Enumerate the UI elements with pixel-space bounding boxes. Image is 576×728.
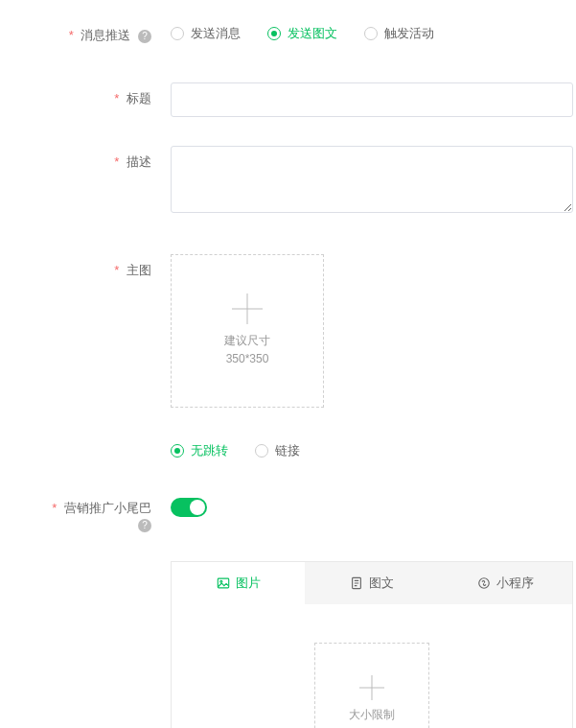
radio-send-message[interactable]: 发送消息 — [171, 25, 241, 42]
tabs-label-spacer — [38, 561, 171, 569]
miniprogram-icon — [477, 576, 491, 590]
tail-tabs-row: 图片 图文 小程序 — [38, 561, 576, 728]
image-icon — [217, 576, 230, 590]
tab-miniprogram[interactable]: 小程序 — [439, 562, 572, 604]
jump-radio-group: 无跳转 链接 — [171, 442, 576, 459]
message-push-label: 消息推送 ? — [38, 19, 171, 44]
plus-icon — [359, 675, 384, 700]
help-icon[interactable]: ? — [138, 30, 151, 43]
main-image-label: 主图 — [38, 254, 171, 279]
tail-switch[interactable] — [171, 498, 207, 517]
push-radio-group: 发送消息 发送图文 触发活动 — [171, 25, 576, 42]
tail-label: 营销推广小尾巴 ? — [38, 498, 171, 532]
plus-icon — [232, 294, 263, 324]
svg-rect-0 — [218, 578, 228, 588]
title-row: 标题 — [38, 82, 576, 117]
article-icon — [350, 576, 363, 590]
tabs-bar: 图片 图文 小程序 — [172, 562, 572, 604]
radio-send-image-text[interactable]: 发送图文 — [267, 25, 337, 42]
radio-link[interactable]: 链接 — [255, 442, 300, 459]
main-image-row: 主图 建议尺寸 350*350 — [38, 254, 576, 408]
jump-label-spacer — [38, 436, 171, 444]
jump-row: 无跳转 链接 — [38, 436, 576, 459]
desc-label: 描述 — [38, 146, 171, 171]
desc-textarea[interactable] — [171, 146, 573, 213]
tab-body: 大小限制 — [172, 604, 572, 728]
svg-point-3 — [479, 577, 490, 588]
main-image-upload[interactable]: 建议尺寸 350*350 — [171, 254, 324, 408]
help-icon[interactable]: ? — [138, 519, 151, 532]
switch-knob — [190, 500, 205, 515]
tail-upload-hint: 大小限制 — [349, 706, 395, 724]
tail-image-upload[interactable]: 大小限制 — [314, 643, 429, 728]
title-label: 标题 — [38, 82, 171, 107]
svg-point-1 — [219, 580, 221, 582]
tabs-container: 图片 图文 小程序 — [171, 561, 573, 728]
desc-row: 描述 — [38, 146, 576, 216]
radio-trigger-activity[interactable]: 触发活动 — [364, 25, 434, 42]
tail-row: 营销推广小尾巴 ? — [38, 498, 576, 532]
title-input[interactable] — [171, 82, 573, 117]
tab-article[interactable]: 图文 — [305, 562, 438, 604]
tab-image[interactable]: 图片 — [172, 562, 305, 604]
upload-hint: 建议尺寸 350*350 — [224, 332, 270, 368]
message-push-row: 消息推送 ? 发送消息 发送图文 触发活动 — [38, 19, 576, 44]
radio-no-jump[interactable]: 无跳转 — [171, 442, 228, 459]
